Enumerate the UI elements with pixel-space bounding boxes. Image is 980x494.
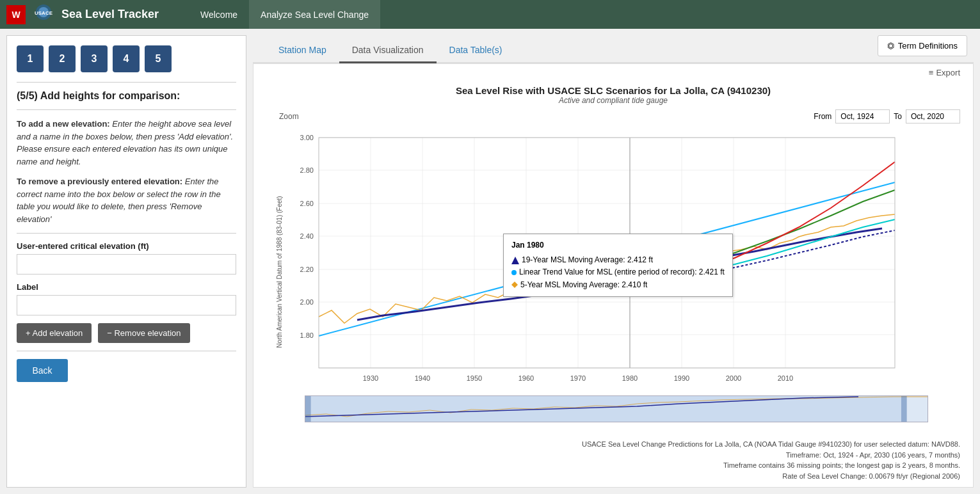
tab-data-visualization[interactable]: Data Visualization [339,38,437,63]
nav-welcome[interactable]: Welcome [189,0,249,29]
usace-logo-img: USACE [31,3,56,26]
svg-text:1980: 1980 [622,374,638,382]
chart-title: Sea Level Rise with USACE SLC Scenarios … [253,77,973,96]
logo-area: W USACE Sea Level Tracker [6,3,189,26]
tab-data-tables[interactable]: Data Table(s) [437,38,515,63]
svg-text:1990: 1990 [674,374,689,382]
step-btn-5[interactable]: 5 [145,45,172,72]
svg-text:1940: 1940 [415,374,430,382]
tabs-row: Station Map Data Visualization Data Tabl… [253,38,974,63]
mini-chart[interactable]: 1930 1940 1950 1960 1970 1980 1990 2000 … [305,395,928,422]
zoom-label: Zoom [279,112,299,121]
svg-text:1950: 1950 [467,374,482,382]
chart-footer: USACE Sea Level Change Predictions for L… [253,436,973,482]
svg-rect-45 [901,396,907,422]
svg-text:1.80: 1.80 [300,331,314,339]
divider-4 [17,351,236,351]
tab-station-map[interactable]: Station Map [266,38,339,63]
chart-container: ≡ Export Sea Level Rise with USACE SLC S… [253,63,974,488]
export-label: Export [936,68,960,77]
date-range: From To [814,109,960,124]
usace-logo-box: W [6,5,26,24]
svg-text:USACE: USACE [35,10,53,16]
svg-text:1970: 1970 [570,374,586,382]
svg-text:2010: 2010 [778,374,793,382]
instruction-remove-strong: To remove a previously entered elevation… [17,177,182,186]
step-btn-4[interactable]: 4 [113,45,140,72]
step-btn-3[interactable]: 3 [81,45,108,72]
step-buttons: 1 2 3 4 5 [17,45,236,72]
chart-subtitle: Active and compliant tide gauge [253,96,973,105]
footer-line-2: Timeframe: Oct, 1924 - Apr, 2030 (106 ye… [266,450,960,461]
svg-point-39 [625,275,634,283]
footer-line-4: Rate of Sea Level Change: 0.00679 ft/yr … [266,471,960,482]
main-container: 1 2 3 4 5 (5/5) Add heights for comparis… [0,29,980,494]
footer-line-3: Timeframe contains 36 missing points; th… [266,460,960,471]
export-button[interactable]: ≡ Export [929,68,960,77]
sidebar: 1 2 3 4 5 (5/5) Add heights for comparis… [6,35,246,488]
svg-text:1930: 1930 [363,374,378,382]
svg-text:2.80: 2.80 [300,166,314,174]
step-btn-1[interactable]: 1 [17,45,44,72]
divider-1 [17,82,236,83]
to-date-input[interactable] [906,109,960,124]
app-header: W USACE Sea Level Tracker Welcome Analyz… [0,0,980,29]
app-title: Sea Level Tracker [61,8,159,21]
main-nav: Welcome Analyze Sea Level Change [189,0,380,29]
divider-2 [17,109,236,110]
divider-3 [17,233,236,234]
to-label: To [894,112,902,121]
instruction-remove: To remove a previously entered elevation… [17,175,236,225]
back-button[interactable]: Back [17,359,68,382]
content-area: ⏣ Term Definitions Station Map Data Visu… [253,29,980,494]
nav-analyze[interactable]: Analyze Sea Level Change [249,0,380,29]
instruction-add-strong: To add a new elevation: [17,119,110,129]
step-btn-2[interactable]: 2 [49,45,76,72]
svg-text:2.20: 2.20 [300,266,314,273]
add-elevation-button[interactable]: + Add elevation [17,323,92,343]
main-chart-svg: North American Vertical Datum of 1988 (8… [253,125,973,394]
svg-rect-44 [305,396,311,422]
svg-text:1960: 1960 [518,374,534,382]
hamburger-icon: ≡ [929,68,934,77]
svg-text:2.60: 2.60 [300,200,314,207]
svg-text:3.00: 3.00 [300,134,314,141]
svg-rect-43 [305,396,907,422]
svg-rect-40 [319,138,895,368]
svg-text:2000: 2000 [726,374,741,382]
svg-text:2.00: 2.00 [300,298,314,306]
sidebar-heading: (5/5) Add heights for comparison: [17,90,236,102]
action-buttons: + Add elevation − Remove elevation [17,323,236,343]
elevation-label: User-entered critical elevation (ft) [17,241,236,251]
remove-elevation-button[interactable]: − Remove elevation [98,323,189,343]
svg-text:2.40: 2.40 [300,232,314,240]
chart-controls: Zoom From To [253,108,973,125]
from-label: From [814,112,831,121]
instruction-add: To add a new elevation: Enter the height… [17,118,236,168]
from-date-input[interactable] [835,109,890,124]
chart-area: North American Vertical Datum of 1988 (8… [253,125,973,395]
label-label: Label [17,282,236,292]
label-input[interactable] [17,295,236,315]
footer-line-1: USACE Sea Level Change Predictions for L… [266,439,960,450]
elevation-input[interactable] [17,254,236,275]
mini-chart-svg [305,396,928,422]
svg-text:North American Vertical Datum : North American Vertical Datum of 1988 (8… [276,196,283,347]
